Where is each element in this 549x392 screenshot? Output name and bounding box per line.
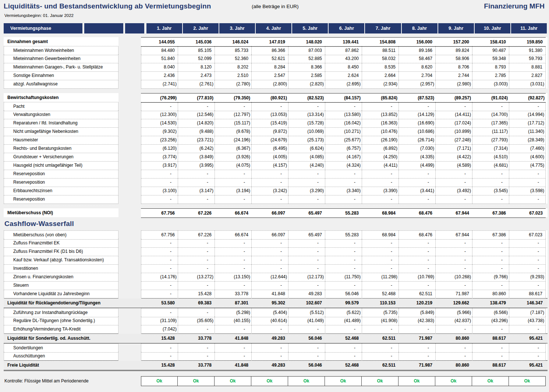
value-cell: - (435, 325, 472, 334)
table-row: Zuführung zur Instandhaltungrücklage--(5… (4, 308, 548, 317)
row-label: Liquidität für Rücklagendotierung/Tilgun… (4, 299, 118, 308)
value-cell: (4.240) (288, 161, 325, 170)
value-cell: (3.242) (251, 187, 288, 195)
value-cell: 56.046 (288, 361, 325, 370)
value-cell: - (215, 264, 251, 273)
value-cell: - (472, 352, 509, 361)
value-cell: (11.117) (472, 127, 509, 136)
row-gap (118, 144, 141, 153)
value-cell: 2.664 (362, 71, 399, 80)
value-cell: - (472, 102, 509, 111)
value-cell: (16.690) (399, 119, 435, 128)
value-cell: 148.020 (288, 37, 325, 47)
table-row: Sondertilungen----------- (4, 343, 548, 352)
value-cell: 110.153 (362, 299, 399, 308)
row-gap (118, 325, 141, 334)
value-cell: - (435, 256, 472, 265)
value-cell: (9.678) (215, 127, 251, 136)
value-cell: 68.984 (362, 230, 399, 240)
value-cell: (3.849) (178, 153, 215, 162)
row-label: Investitionen (4, 264, 118, 273)
value-cell: (15.728) (288, 119, 325, 128)
value-cell: (4.075) (215, 161, 251, 170)
value-cell: 49.283 (288, 290, 325, 299)
value-cell: 88.511 (362, 46, 399, 55)
value-cell: 157.200 (435, 37, 472, 47)
value-cell: (4.250) (362, 153, 399, 162)
control-ok-cell: Ok (325, 376, 362, 386)
value-cell: 8.793 (472, 63, 509, 72)
value-cell: (89.257) (435, 93, 472, 103)
row-gap (118, 102, 141, 111)
row-gap (118, 119, 141, 128)
value-cell: (4.411) (362, 161, 399, 170)
value-cell: - (325, 170, 362, 179)
value-cell: 80.860 (472, 290, 509, 299)
value-cell: 66.674 (215, 230, 251, 240)
value-cell: - (509, 256, 546, 265)
table-row: Liquidität für Rücklagendotierung/Tilgun… (4, 298, 548, 308)
value-cell: - (251, 247, 288, 256)
value-cell: 158.410 (472, 37, 509, 47)
value-cell: 68.984 (362, 208, 399, 218)
row-gap (118, 256, 141, 265)
value-cell: - (509, 343, 546, 353)
value-cell: - (472, 239, 509, 248)
value-cell: (7.171) (435, 144, 472, 153)
value-cell: - (288, 264, 325, 273)
value-cell: (2.780) (215, 80, 251, 89)
value-cell: (4.681) (472, 161, 509, 170)
value-cell: - (509, 170, 546, 179)
value-cell: (82.523) (288, 93, 325, 103)
row-label: Reserveposition (4, 178, 118, 187)
row-gap (118, 153, 141, 162)
value-cell: - (178, 264, 215, 273)
value-cell: - (141, 247, 178, 256)
value-cell: (14.820) (178, 119, 215, 128)
value-cell: (6.367) (215, 144, 251, 153)
row-label: Erhöhung/Verminderung TA-Kredit (4, 325, 118, 334)
value-cell: - (399, 102, 435, 111)
row-label: Liquidität für Sondertilg. od. Ausschütt… (4, 334, 118, 343)
value-cell: 8.366 (288, 63, 325, 72)
value-cell: 2.624 (325, 71, 362, 80)
table-row: Mieteinnahmen Garagen-, Park- u. Stellpl… (4, 63, 548, 71)
value-cell: 8.202 (215, 63, 251, 72)
control-ok-cell: Ok (215, 376, 251, 386)
value-cell: 52.621 (251, 54, 288, 63)
value-cell: (23.256) (141, 136, 178, 145)
value-cell: - (325, 256, 362, 265)
value-cell: - (141, 343, 178, 353)
value-cell: - (178, 239, 215, 248)
table-row: Zufluss Finanzmittel FK (D1 bis D6)-----… (4, 247, 548, 256)
value-cell: - (251, 325, 288, 334)
control-ok-cell: Ok (509, 376, 546, 386)
value-cell: - (362, 352, 399, 361)
value-cell: (43.738) (509, 317, 546, 325)
value-cell: 67.023 (509, 230, 546, 240)
value-cell: - (325, 264, 362, 273)
row-label: Reserveposition (4, 170, 118, 179)
currency-note: (alle Beträge in EUR) (252, 4, 299, 9)
value-cell: - (472, 343, 509, 353)
value-cell: (3.147) (178, 187, 215, 195)
year-header-cell: 6. Jahr (329, 23, 364, 33)
value-cell: 49.283 (251, 361, 288, 370)
value-cell: (2.820) (288, 80, 325, 89)
year-header-cell: 8. Jahr (402, 23, 438, 33)
value-cell: - (472, 256, 509, 265)
row-label: Reparaturen / lfd. Instandhaltung (4, 119, 118, 128)
value-cell: (12.546) (178, 110, 215, 119)
value-cell: (43.296) (472, 317, 509, 325)
year-header-cell: 9. Jahr (438, 23, 474, 33)
row-gap (118, 80, 141, 89)
header-spacer-cell (125, 23, 144, 33)
value-cell: - (251, 256, 288, 265)
value-cell: - (215, 170, 251, 179)
row-label: Hausgeld (nicht umlagefähiger Teil) (4, 161, 118, 170)
value-cell: (3.926) (215, 153, 251, 162)
value-cell: (17.712) (509, 119, 546, 128)
value-cell: (12.300) (141, 110, 178, 119)
value-cell: - (435, 343, 472, 353)
value-cell: 8.120 (178, 63, 215, 72)
